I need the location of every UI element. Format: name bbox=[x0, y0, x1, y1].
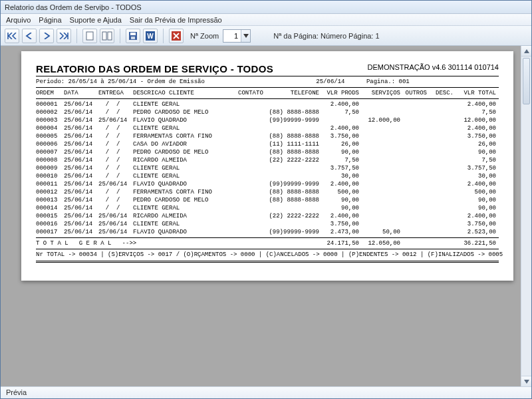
cell-vp: 90,00 bbox=[319, 148, 359, 156]
cell-tel: (11) 1111-1111 bbox=[265, 140, 319, 148]
cell-ou bbox=[400, 108, 427, 116]
nav-next-button[interactable] bbox=[39, 29, 54, 43]
nav-prev-button[interactable] bbox=[22, 29, 37, 43]
zoom-input[interactable] bbox=[223, 30, 241, 42]
cell-ordem: 000001 bbox=[36, 100, 64, 108]
cell-tel bbox=[265, 164, 319, 172]
cell-entrega: / / bbox=[98, 156, 133, 164]
cell-tel: (99)99999-9999 bbox=[265, 116, 319, 124]
total-sv: 12.050,00 bbox=[359, 239, 400, 247]
cell-cliente: CASA DO AVIADOR bbox=[133, 140, 238, 148]
cell-dc bbox=[427, 204, 454, 212]
cell-tel: (22) 2222-2222 bbox=[265, 212, 319, 220]
total-vp: 24.171,50 bbox=[319, 239, 359, 247]
cell-entrega: / / bbox=[98, 148, 133, 156]
scroll-thumb[interactable] bbox=[523, 58, 530, 104]
svg-rect-4 bbox=[130, 33, 136, 35]
cell-sv bbox=[359, 212, 400, 220]
cell-contato bbox=[238, 196, 265, 204]
rule bbox=[36, 261, 499, 263]
cell-vp: 30,00 bbox=[319, 172, 359, 180]
cell-data: 25/06/14 bbox=[64, 188, 98, 196]
cell-contato bbox=[238, 148, 265, 156]
save-button[interactable] bbox=[126, 29, 140, 43]
cell-contato bbox=[238, 212, 265, 220]
cell-ordem: 000015 bbox=[36, 212, 64, 220]
table-row: 00000825/06/14 / /RICARDO ALMEIDA(22) 22… bbox=[36, 156, 499, 164]
scroll-up-button[interactable] bbox=[521, 46, 531, 57]
cell-vp: 2.400,00 bbox=[319, 124, 359, 132]
cell-vt: 3.757,50 bbox=[454, 164, 496, 172]
cell-sv bbox=[359, 100, 400, 108]
cell-ou bbox=[400, 196, 427, 204]
scroll-down-button[interactable] bbox=[521, 376, 531, 386]
cell-ou bbox=[400, 116, 427, 124]
cell-tel bbox=[265, 100, 319, 108]
page-single-button[interactable] bbox=[82, 29, 97, 43]
nav-first-button[interactable] bbox=[5, 29, 19, 43]
cell-data: 25/06/14 bbox=[64, 196, 98, 204]
cell-tel bbox=[265, 124, 319, 132]
cell-vp: 2.473,00 bbox=[319, 228, 359, 236]
cell-contato bbox=[238, 100, 265, 108]
report-page-num: Pagina.: 001 bbox=[366, 78, 410, 85]
cell-sv bbox=[359, 180, 400, 188]
cell-ordem: 000005 bbox=[36, 132, 64, 140]
cell-contato bbox=[238, 220, 265, 228]
cell-dc bbox=[427, 172, 454, 180]
report-header-right: DEMONSTRAÇÃO v4.6 301114 010714 bbox=[368, 63, 499, 71]
menu-pagina[interactable]: Página bbox=[39, 16, 61, 24]
cell-vp: 26,00 bbox=[319, 140, 359, 148]
col-vlrprods: VLR PRODS bbox=[319, 89, 359, 97]
cell-data: 25/06/14 bbox=[64, 148, 98, 156]
cell-tel: (88) 8888-8888 bbox=[265, 196, 319, 204]
cell-cliente: CLIENTE GERAL bbox=[133, 164, 238, 172]
cell-entrega: 25/06/14 bbox=[98, 220, 133, 228]
table-row: 00001325/06/14 / /PEDRO CARDOSO DE MELO(… bbox=[36, 196, 499, 204]
page-double-button[interactable] bbox=[100, 29, 114, 43]
cell-sv bbox=[359, 132, 400, 140]
svg-rect-2 bbox=[108, 32, 112, 40]
export-word-button[interactable]: W bbox=[143, 29, 158, 43]
status-bar: Prévia bbox=[1, 386, 531, 398]
cell-cliente: FLAVIO QUADRADO bbox=[133, 228, 238, 236]
cell-vt: 7,50 bbox=[454, 156, 496, 164]
cell-entrega: / / bbox=[98, 100, 133, 108]
nav-last-button[interactable] bbox=[57, 29, 71, 43]
cell-data: 25/06/14 bbox=[64, 124, 98, 132]
status-text: Prévia bbox=[6, 388, 27, 396]
col-servicos: SERVIÇOS bbox=[359, 89, 400, 97]
page-info: Nª da Página: Número Página: 1 bbox=[273, 32, 379, 40]
cell-contato bbox=[238, 180, 265, 188]
cell-sv: 12.000,00 bbox=[359, 116, 400, 124]
zoom-dropdown-button[interactable] bbox=[241, 30, 250, 42]
cell-data: 25/06/14 bbox=[64, 212, 98, 220]
cell-ordem: 000011 bbox=[36, 180, 64, 188]
cell-ou bbox=[400, 212, 427, 220]
page-double-icon bbox=[102, 31, 112, 41]
menu-sair[interactable]: Sair da Prévia de Impressão bbox=[130, 16, 222, 24]
cell-data: 25/06/14 bbox=[64, 164, 98, 172]
col-cliente: DESCRICAO CLIENTE bbox=[133, 89, 238, 97]
zoom-label: Nª Zoom bbox=[190, 32, 219, 40]
word-icon: W bbox=[146, 31, 155, 41]
cell-sv bbox=[359, 148, 400, 156]
page-info-value: Número Página: 1 bbox=[321, 32, 380, 40]
cell-sv bbox=[359, 196, 400, 204]
cell-dc bbox=[427, 116, 454, 124]
page-single-icon bbox=[86, 31, 94, 41]
zoom-selector[interactable] bbox=[223, 29, 251, 43]
menu-arquivo[interactable]: Arquivo bbox=[6, 16, 31, 24]
close-preview-button[interactable] bbox=[169, 29, 184, 43]
cell-data: 25/06/14 bbox=[64, 156, 98, 164]
menu-suporte[interactable]: Suporte e Ajuda bbox=[70, 16, 122, 24]
save-icon bbox=[128, 31, 138, 41]
vertical-scrollbar[interactable] bbox=[521, 46, 531, 386]
preview-viewport[interactable]: DEMONSTRAÇÃO v4.6 301114 010714 RELATORI… bbox=[1, 46, 531, 386]
cell-ordem: 000012 bbox=[36, 188, 64, 196]
col-data: DATA bbox=[64, 89, 98, 97]
cell-vt: 30,00 bbox=[454, 172, 496, 180]
report-rows: 00000125/06/14 / /CLIENTE GERAL2.400,002… bbox=[36, 100, 499, 236]
cell-vp: 3.750,00 bbox=[319, 132, 359, 140]
col-outros: OUTROS bbox=[400, 89, 427, 97]
